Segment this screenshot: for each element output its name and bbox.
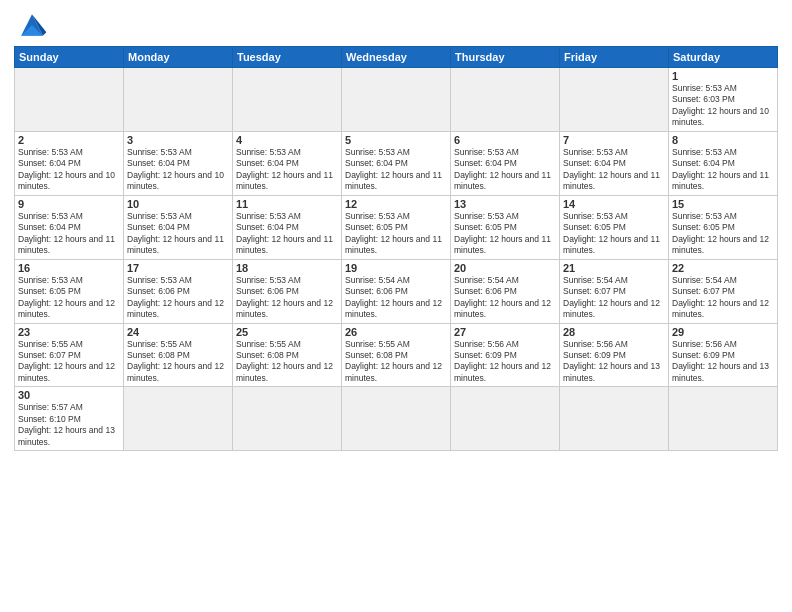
day-number: 29 (672, 326, 774, 338)
day-info: Sunrise: 5:54 AMSunset: 6:06 PMDaylight:… (345, 275, 447, 321)
calendar-cell (233, 68, 342, 132)
calendar-week-row-2: 9Sunrise: 5:53 AMSunset: 6:04 PMDaylight… (15, 195, 778, 259)
calendar-header-sunday: Sunday (15, 47, 124, 68)
day-info: Sunrise: 5:55 AMSunset: 6:07 PMDaylight:… (18, 339, 120, 385)
calendar-cell (124, 387, 233, 451)
day-info: Sunrise: 5:53 AMSunset: 6:04 PMDaylight:… (127, 147, 229, 193)
day-info: Sunrise: 5:55 AMSunset: 6:08 PMDaylight:… (345, 339, 447, 385)
calendar-cell: 22Sunrise: 5:54 AMSunset: 6:07 PMDayligh… (669, 259, 778, 323)
day-info: Sunrise: 5:55 AMSunset: 6:08 PMDaylight:… (127, 339, 229, 385)
day-info: Sunrise: 5:56 AMSunset: 6:09 PMDaylight:… (563, 339, 665, 385)
day-info: Sunrise: 5:54 AMSunset: 6:06 PMDaylight:… (454, 275, 556, 321)
day-info: Sunrise: 5:53 AMSunset: 6:04 PMDaylight:… (672, 147, 774, 193)
day-info: Sunrise: 5:53 AMSunset: 6:04 PMDaylight:… (18, 211, 120, 257)
day-info: Sunrise: 5:53 AMSunset: 6:04 PMDaylight:… (563, 147, 665, 193)
calendar-cell (233, 387, 342, 451)
day-info: Sunrise: 5:53 AMSunset: 6:05 PMDaylight:… (672, 211, 774, 257)
calendar-header-thursday: Thursday (451, 47, 560, 68)
day-info: Sunrise: 5:53 AMSunset: 6:05 PMDaylight:… (345, 211, 447, 257)
calendar-week-row-5: 30Sunrise: 5:57 AMSunset: 6:10 PMDayligh… (15, 387, 778, 451)
calendar-week-row-3: 16Sunrise: 5:53 AMSunset: 6:05 PMDayligh… (15, 259, 778, 323)
day-info: Sunrise: 5:53 AMSunset: 6:05 PMDaylight:… (18, 275, 120, 321)
calendar-cell: 2Sunrise: 5:53 AMSunset: 6:04 PMDaylight… (15, 131, 124, 195)
day-info: Sunrise: 5:53 AMSunset: 6:06 PMDaylight:… (236, 275, 338, 321)
header (14, 10, 778, 40)
day-number: 6 (454, 134, 556, 146)
day-number: 17 (127, 262, 229, 274)
calendar-cell: 29Sunrise: 5:56 AMSunset: 6:09 PMDayligh… (669, 323, 778, 387)
day-number: 13 (454, 198, 556, 210)
day-number: 19 (345, 262, 447, 274)
day-number: 11 (236, 198, 338, 210)
calendar-cell: 17Sunrise: 5:53 AMSunset: 6:06 PMDayligh… (124, 259, 233, 323)
calendar-table: SundayMondayTuesdayWednesdayThursdayFrid… (14, 46, 778, 451)
day-number: 5 (345, 134, 447, 146)
calendar-header-tuesday: Tuesday (233, 47, 342, 68)
day-number: 26 (345, 326, 447, 338)
calendar-cell (451, 387, 560, 451)
day-info: Sunrise: 5:53 AMSunset: 6:05 PMDaylight:… (563, 211, 665, 257)
day-info: Sunrise: 5:53 AMSunset: 6:06 PMDaylight:… (127, 275, 229, 321)
day-number: 16 (18, 262, 120, 274)
day-number: 28 (563, 326, 665, 338)
calendar-cell: 30Sunrise: 5:57 AMSunset: 6:10 PMDayligh… (15, 387, 124, 451)
calendar-week-row-1: 2Sunrise: 5:53 AMSunset: 6:04 PMDaylight… (15, 131, 778, 195)
calendar-cell: 11Sunrise: 5:53 AMSunset: 6:04 PMDayligh… (233, 195, 342, 259)
day-number: 18 (236, 262, 338, 274)
day-number: 9 (18, 198, 120, 210)
calendar-cell: 18Sunrise: 5:53 AMSunset: 6:06 PMDayligh… (233, 259, 342, 323)
day-number: 20 (454, 262, 556, 274)
day-info: Sunrise: 5:54 AMSunset: 6:07 PMDaylight:… (672, 275, 774, 321)
day-info: Sunrise: 5:56 AMSunset: 6:09 PMDaylight:… (672, 339, 774, 385)
calendar-cell: 13Sunrise: 5:53 AMSunset: 6:05 PMDayligh… (451, 195, 560, 259)
calendar-cell (124, 68, 233, 132)
day-number: 23 (18, 326, 120, 338)
calendar-cell: 26Sunrise: 5:55 AMSunset: 6:08 PMDayligh… (342, 323, 451, 387)
calendar-cell: 8Sunrise: 5:53 AMSunset: 6:04 PMDaylight… (669, 131, 778, 195)
day-number: 2 (18, 134, 120, 146)
page: SundayMondayTuesdayWednesdayThursdayFrid… (0, 0, 792, 612)
calendar-cell: 12Sunrise: 5:53 AMSunset: 6:05 PMDayligh… (342, 195, 451, 259)
logo-icon (14, 10, 50, 40)
calendar-header-saturday: Saturday (669, 47, 778, 68)
calendar-cell: 9Sunrise: 5:53 AMSunset: 6:04 PMDaylight… (15, 195, 124, 259)
calendar-cell (15, 68, 124, 132)
day-number: 24 (127, 326, 229, 338)
calendar-cell: 3Sunrise: 5:53 AMSunset: 6:04 PMDaylight… (124, 131, 233, 195)
day-number: 12 (345, 198, 447, 210)
calendar-cell: 23Sunrise: 5:55 AMSunset: 6:07 PMDayligh… (15, 323, 124, 387)
day-number: 15 (672, 198, 774, 210)
calendar-cell: 1Sunrise: 5:53 AMSunset: 6:03 PMDaylight… (669, 68, 778, 132)
day-info: Sunrise: 5:53 AMSunset: 6:04 PMDaylight:… (127, 211, 229, 257)
calendar-week-row-0: 1Sunrise: 5:53 AMSunset: 6:03 PMDaylight… (15, 68, 778, 132)
day-info: Sunrise: 5:56 AMSunset: 6:09 PMDaylight:… (454, 339, 556, 385)
day-info: Sunrise: 5:54 AMSunset: 6:07 PMDaylight:… (563, 275, 665, 321)
calendar-cell: 25Sunrise: 5:55 AMSunset: 6:08 PMDayligh… (233, 323, 342, 387)
day-info: Sunrise: 5:57 AMSunset: 6:10 PMDaylight:… (18, 402, 120, 448)
day-number: 22 (672, 262, 774, 274)
calendar-cell: 5Sunrise: 5:53 AMSunset: 6:04 PMDaylight… (342, 131, 451, 195)
day-number: 3 (127, 134, 229, 146)
calendar-cell (342, 68, 451, 132)
day-number: 1 (672, 70, 774, 82)
day-info: Sunrise: 5:55 AMSunset: 6:08 PMDaylight:… (236, 339, 338, 385)
calendar-cell (560, 68, 669, 132)
day-info: Sunrise: 5:53 AMSunset: 6:03 PMDaylight:… (672, 83, 774, 129)
day-number: 25 (236, 326, 338, 338)
calendar-header-wednesday: Wednesday (342, 47, 451, 68)
calendar-header-monday: Monday (124, 47, 233, 68)
calendar-cell (669, 387, 778, 451)
calendar-cell (560, 387, 669, 451)
calendar-cell: 6Sunrise: 5:53 AMSunset: 6:04 PMDaylight… (451, 131, 560, 195)
calendar-cell: 14Sunrise: 5:53 AMSunset: 6:05 PMDayligh… (560, 195, 669, 259)
calendar-cell (451, 68, 560, 132)
day-number: 4 (236, 134, 338, 146)
day-number: 30 (18, 389, 120, 401)
calendar-cell: 7Sunrise: 5:53 AMSunset: 6:04 PMDaylight… (560, 131, 669, 195)
day-number: 10 (127, 198, 229, 210)
calendar-cell: 4Sunrise: 5:53 AMSunset: 6:04 PMDaylight… (233, 131, 342, 195)
day-number: 8 (672, 134, 774, 146)
day-number: 7 (563, 134, 665, 146)
calendar-cell: 19Sunrise: 5:54 AMSunset: 6:06 PMDayligh… (342, 259, 451, 323)
calendar-cell: 15Sunrise: 5:53 AMSunset: 6:05 PMDayligh… (669, 195, 778, 259)
